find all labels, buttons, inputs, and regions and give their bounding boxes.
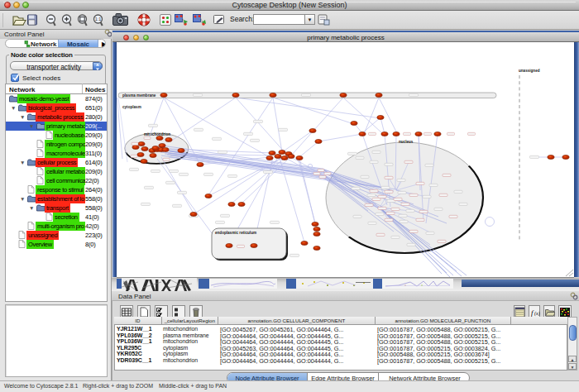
svg-text:1:1: 1:1 (95, 17, 102, 22)
svg-text:nucleus: nucleus (399, 140, 414, 144)
svg-text:mitochondrion: mitochondrion (144, 132, 170, 136)
svg-text:plasma membrane: plasma membrane (122, 93, 156, 98)
svg-text:(x): (x) (534, 311, 540, 317)
svg-text:cytoplasm: cytoplasm (122, 105, 141, 109)
svg-text:endoplasmic reticulum: endoplasmic reticulum (215, 231, 256, 235)
svg-text:unassigned: unassigned (519, 69, 540, 73)
